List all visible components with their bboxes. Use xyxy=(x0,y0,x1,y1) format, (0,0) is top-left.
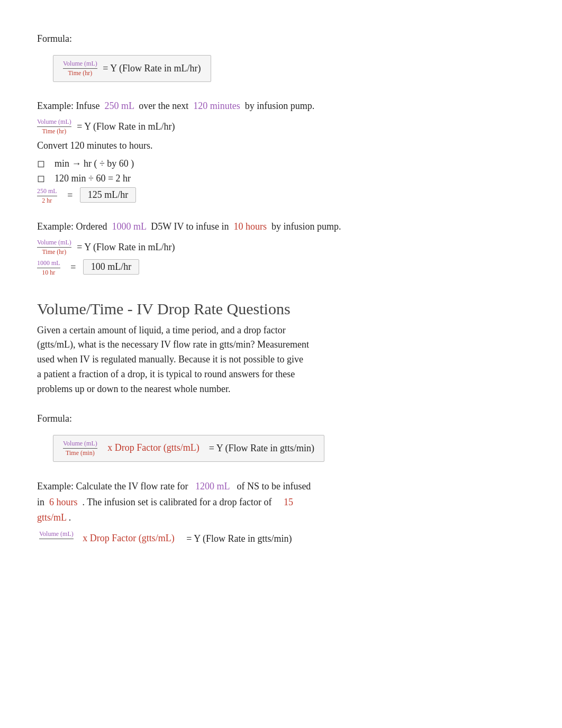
section-2: Volume/Time - IV Drop Rate Questions Giv… xyxy=(37,300,525,397)
example-3-time: 6 hours xyxy=(49,497,78,507)
example-3-prefix: Example: Calculate the IV flow rate for xyxy=(37,481,188,492)
fraction-1-numerator: Volume (mL) xyxy=(63,60,97,69)
example-1-formula: Volume (mL) Time (hr) = Y (Flow Rate in … xyxy=(37,118,525,135)
example-1-bullet-2: ◻ 120 min ÷ 60 = 2 hr xyxy=(37,172,525,184)
example-3-middle: of NS to be infused xyxy=(237,481,311,492)
example-2-intro: Example: Ordered 1000 mL D5W IV to infus… xyxy=(37,220,525,234)
example-2-result-num: 1000 mL xyxy=(37,259,60,268)
example-1-suffix: by infusion pump. xyxy=(245,101,315,111)
fraction-2: Volume (mL) Time (min) xyxy=(63,440,97,457)
fraction-2-numerator: Volume (mL) xyxy=(63,440,97,449)
example-2-result-equals: = xyxy=(70,261,76,272)
formula-2-section: Formula: Volume (mL) Time (min) x Drop F… xyxy=(37,412,525,464)
section-2-desc-2: (gtts/mL), what is the necessary IV flow… xyxy=(37,339,309,350)
example-1-time: 120 minutes xyxy=(193,101,240,111)
example-1-result-row: 250 mL 2 hr = 125 mL/hr xyxy=(37,187,525,205)
example-1-section: Example: Infuse 250 mL over the next 120… xyxy=(37,99,525,205)
example-3-suffix: . xyxy=(69,512,71,523)
section-2-desc-3: used when IV is regulated manually. Beca… xyxy=(37,354,303,365)
example-1-convert-label: Convert 120 minutes to hours. xyxy=(37,139,525,153)
example-1-middle: over the next xyxy=(139,101,188,111)
example-2-formula-equals: = Y (Flow Rate in mL/hr) xyxy=(77,242,175,252)
example-3-prefix2: in xyxy=(37,497,44,507)
section-2-desc: Given a certain amount of liquid, a time… xyxy=(37,323,525,397)
example-2-fraction-den: Time (hr) xyxy=(42,248,66,256)
bullet-icon-1: ◻ xyxy=(37,158,45,169)
bullet-2-text: 120 min ÷ 60 = 2 hr xyxy=(55,173,131,184)
example-3-drop-factor2: gtts/mL xyxy=(37,512,66,523)
example-1-result-fraction: 250 mL 2 hr xyxy=(37,187,57,205)
fraction-2-denominator: Time (min) xyxy=(66,449,95,457)
example-1-fraction-num: Volume (mL) xyxy=(37,118,71,127)
formula-2-multiply: x Drop Factor (gtts/mL) xyxy=(107,442,199,453)
example-3-drop-factor: 15 xyxy=(284,497,293,507)
example-1-intro: Example: Infuse 250 mL over the next 120… xyxy=(37,99,525,114)
example-2-section: Example: Ordered 1000 mL D5W IV to infus… xyxy=(37,220,525,277)
example-1-result-equals: = xyxy=(67,189,72,200)
example-3-intro: Example: Calculate the IV flow rate for … xyxy=(37,479,525,526)
section-2-title: Volume/Time - IV Drop Rate Questions xyxy=(37,300,525,318)
example-2-fraction: Volume (mL) Time (hr) xyxy=(37,239,71,256)
fraction-1: Volume (mL) Time (hr) xyxy=(63,60,97,77)
example-1-bullet-1: ◻ min → hr ( ÷ by 60 ) xyxy=(37,158,525,169)
formula-1-equals: = Y (Flow Rate in mL/hr) xyxy=(103,63,201,74)
example-2-fraction-num: Volume (mL) xyxy=(37,239,71,248)
example-1-result-den: 2 hr xyxy=(42,196,52,205)
example-3-section: Example: Calculate the IV flow rate for … xyxy=(37,479,525,548)
example-2-result-value: 100 mL/hr xyxy=(83,259,140,275)
formula-2-label: Formula: xyxy=(37,412,525,426)
fraction-1-denominator: Time (hr) xyxy=(68,69,92,77)
example-3-formula: Volume (mL) x Drop Factor (gtts/mL) = Y … xyxy=(37,530,525,548)
example-2-suffix: by infusion pump. xyxy=(271,221,341,232)
section-2-desc-4: a patient a fraction of a drop, it is ty… xyxy=(37,369,295,379)
example-2-volume: 1000 mL xyxy=(112,221,146,232)
example-1-volume: 250 mL xyxy=(104,101,134,111)
bullet-icon-2: ◻ xyxy=(37,173,45,184)
example-3-fraction-den xyxy=(56,539,57,548)
formula-box-1: Volume (mL) Time (hr) = Y (Flow Rate in … xyxy=(53,55,211,82)
example-3-formula-equals: = Y (Flow Rate in gtts/min) xyxy=(186,533,292,544)
example-3-volume: 1200 mL xyxy=(195,481,230,492)
example-1-prefix: Example: Infuse xyxy=(37,101,99,111)
example-1-fraction-den: Time (hr) xyxy=(42,127,66,135)
example-1-result-num: 250 mL xyxy=(37,187,57,196)
example-3-formula-multiply: x Drop Factor (gtts/mL) xyxy=(83,533,174,543)
example-2-result-den: 10 hr xyxy=(42,268,55,277)
example-2-prefix: Example: Ordered xyxy=(37,221,107,232)
example-2-result-row: 1000 mL 10 hr = 100 mL/hr xyxy=(37,259,525,277)
example-3-middle2: . The infusion set is calibrated for a d… xyxy=(83,497,272,507)
example-3-fraction: Volume (mL) xyxy=(39,530,74,548)
formula-section-1: Formula: Volume (mL) Time (hr) = Y (Flow… xyxy=(37,32,525,84)
formula-box-2: Volume (mL) Time (min) x Drop Factor (gt… xyxy=(53,435,324,462)
bullet-1-text: min → hr ( ÷ by 60 ) xyxy=(55,158,134,169)
example-1-result-value: 125 mL/hr xyxy=(80,187,137,203)
section-2-desc-5: problems up or down to the nearest whole… xyxy=(37,384,230,394)
example-1-fraction: Volume (mL) Time (hr) xyxy=(37,118,71,135)
example-2-time: 10 hours xyxy=(234,221,267,232)
example-2-formula: Volume (mL) Time (hr) = Y (Flow Rate in … xyxy=(37,239,525,256)
formula-label: Formula: xyxy=(37,32,525,47)
formula-2-equals: = Y (Flow Rate in gtts/min) xyxy=(209,443,314,453)
example-2-middle: D5W IV to infuse in xyxy=(151,221,229,232)
section-2-desc-1: Given a certain amount of liquid, a time… xyxy=(37,325,286,335)
example-2-result-fraction: 1000 mL 10 hr xyxy=(37,259,60,277)
example-3-fraction-num: Volume (mL) xyxy=(39,530,74,539)
example-1-formula-equals: = Y (Flow Rate in mL/hr) xyxy=(77,121,175,132)
